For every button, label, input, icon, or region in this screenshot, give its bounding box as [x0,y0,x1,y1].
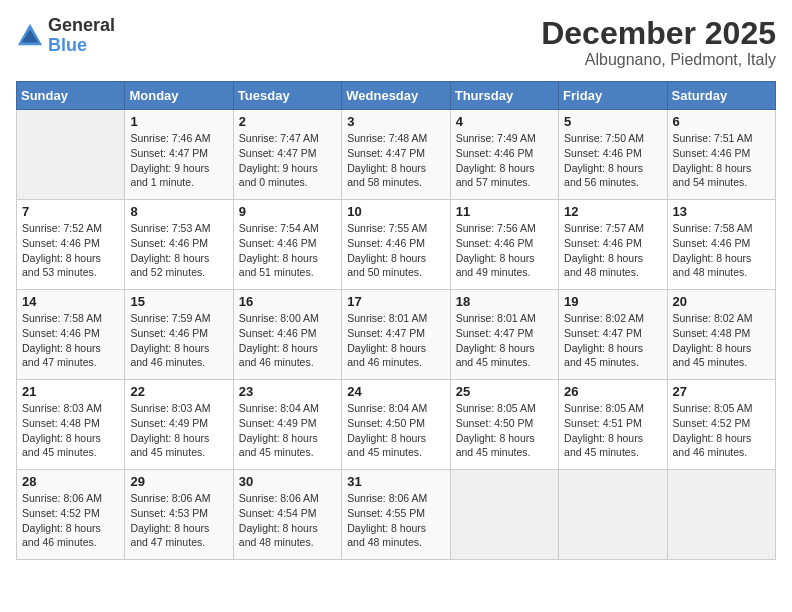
day-number: 15 [130,294,227,309]
day-number: 1 [130,114,227,129]
day-info: Sunrise: 7:57 AMSunset: 4:46 PMDaylight:… [564,221,661,280]
day-cell: 9Sunrise: 7:54 AMSunset: 4:46 PMDaylight… [233,200,341,290]
day-cell: 18Sunrise: 8:01 AMSunset: 4:47 PMDayligh… [450,290,558,380]
day-number: 5 [564,114,661,129]
header-sunday: Sunday [17,82,125,110]
day-number: 20 [673,294,770,309]
day-info: Sunrise: 8:04 AMSunset: 4:50 PMDaylight:… [347,401,444,460]
day-number: 6 [673,114,770,129]
day-number: 8 [130,204,227,219]
day-info: Sunrise: 8:02 AMSunset: 4:48 PMDaylight:… [673,311,770,370]
day-info: Sunrise: 7:46 AMSunset: 4:47 PMDaylight:… [130,131,227,190]
day-info: Sunrise: 8:01 AMSunset: 4:47 PMDaylight:… [347,311,444,370]
day-info: Sunrise: 7:52 AMSunset: 4:46 PMDaylight:… [22,221,119,280]
week-row-3: 14Sunrise: 7:58 AMSunset: 4:46 PMDayligh… [17,290,776,380]
day-cell: 27Sunrise: 8:05 AMSunset: 4:52 PMDayligh… [667,380,775,470]
day-cell: 6Sunrise: 7:51 AMSunset: 4:46 PMDaylight… [667,110,775,200]
day-info: Sunrise: 7:59 AMSunset: 4:46 PMDaylight:… [130,311,227,370]
header-saturday: Saturday [667,82,775,110]
day-cell: 22Sunrise: 8:03 AMSunset: 4:49 PMDayligh… [125,380,233,470]
day-cell: 4Sunrise: 7:49 AMSunset: 4:46 PMDaylight… [450,110,558,200]
day-info: Sunrise: 8:01 AMSunset: 4:47 PMDaylight:… [456,311,553,370]
day-number: 4 [456,114,553,129]
day-info: Sunrise: 7:58 AMSunset: 4:46 PMDaylight:… [673,221,770,280]
day-info: Sunrise: 7:51 AMSunset: 4:46 PMDaylight:… [673,131,770,190]
header-friday: Friday [559,82,667,110]
day-number: 3 [347,114,444,129]
day-number: 23 [239,384,336,399]
day-number: 27 [673,384,770,399]
day-number: 31 [347,474,444,489]
day-number: 10 [347,204,444,219]
day-info: Sunrise: 8:04 AMSunset: 4:49 PMDaylight:… [239,401,336,460]
header-tuesday: Tuesday [233,82,341,110]
day-info: Sunrise: 7:48 AMSunset: 4:47 PMDaylight:… [347,131,444,190]
logo-icon [16,22,44,50]
day-cell: 11Sunrise: 7:56 AMSunset: 4:46 PMDayligh… [450,200,558,290]
day-cell: 19Sunrise: 8:02 AMSunset: 4:47 PMDayligh… [559,290,667,380]
day-info: Sunrise: 7:50 AMSunset: 4:46 PMDaylight:… [564,131,661,190]
day-info: Sunrise: 7:58 AMSunset: 4:46 PMDaylight:… [22,311,119,370]
location-title: Albugnano, Piedmont, Italy [541,51,776,69]
day-info: Sunrise: 8:06 AMSunset: 4:52 PMDaylight:… [22,491,119,550]
day-cell: 10Sunrise: 7:55 AMSunset: 4:46 PMDayligh… [342,200,450,290]
day-cell: 2Sunrise: 7:47 AMSunset: 4:47 PMDaylight… [233,110,341,200]
day-cell: 25Sunrise: 8:05 AMSunset: 4:50 PMDayligh… [450,380,558,470]
day-cell: 13Sunrise: 7:58 AMSunset: 4:46 PMDayligh… [667,200,775,290]
day-cell: 20Sunrise: 8:02 AMSunset: 4:48 PMDayligh… [667,290,775,380]
day-cell: 1Sunrise: 7:46 AMSunset: 4:47 PMDaylight… [125,110,233,200]
day-cell: 16Sunrise: 8:00 AMSunset: 4:46 PMDayligh… [233,290,341,380]
week-row-4: 21Sunrise: 8:03 AMSunset: 4:48 PMDayligh… [17,380,776,470]
day-number: 9 [239,204,336,219]
day-number: 22 [130,384,227,399]
day-number: 7 [22,204,119,219]
day-cell: 3Sunrise: 7:48 AMSunset: 4:47 PMDaylight… [342,110,450,200]
day-cell: 17Sunrise: 8:01 AMSunset: 4:47 PMDayligh… [342,290,450,380]
day-cell: 30Sunrise: 8:06 AMSunset: 4:54 PMDayligh… [233,470,341,560]
logo: General Blue [16,16,115,56]
logo-text-blue: Blue [48,35,87,55]
header-row: SundayMondayTuesdayWednesdayThursdayFrid… [17,82,776,110]
day-cell: 7Sunrise: 7:52 AMSunset: 4:46 PMDaylight… [17,200,125,290]
day-info: Sunrise: 8:06 AMSunset: 4:53 PMDaylight:… [130,491,227,550]
day-number: 11 [456,204,553,219]
day-info: Sunrise: 7:49 AMSunset: 4:46 PMDaylight:… [456,131,553,190]
calendar-table: SundayMondayTuesdayWednesdayThursdayFrid… [16,81,776,560]
title-area: December 2025 Albugnano, Piedmont, Italy [541,16,776,69]
header-thursday: Thursday [450,82,558,110]
day-cell [450,470,558,560]
day-number: 26 [564,384,661,399]
day-cell: 8Sunrise: 7:53 AMSunset: 4:46 PMDaylight… [125,200,233,290]
day-number: 12 [564,204,661,219]
day-number: 21 [22,384,119,399]
day-info: Sunrise: 8:00 AMSunset: 4:46 PMDaylight:… [239,311,336,370]
day-cell: 15Sunrise: 7:59 AMSunset: 4:46 PMDayligh… [125,290,233,380]
day-cell: 23Sunrise: 8:04 AMSunset: 4:49 PMDayligh… [233,380,341,470]
day-info: Sunrise: 8:03 AMSunset: 4:49 PMDaylight:… [130,401,227,460]
day-cell: 26Sunrise: 8:05 AMSunset: 4:51 PMDayligh… [559,380,667,470]
day-cell: 29Sunrise: 8:06 AMSunset: 4:53 PMDayligh… [125,470,233,560]
day-info: Sunrise: 7:47 AMSunset: 4:47 PMDaylight:… [239,131,336,190]
day-number: 13 [673,204,770,219]
day-number: 25 [456,384,553,399]
week-row-5: 28Sunrise: 8:06 AMSunset: 4:52 PMDayligh… [17,470,776,560]
day-info: Sunrise: 8:02 AMSunset: 4:47 PMDaylight:… [564,311,661,370]
day-info: Sunrise: 8:05 AMSunset: 4:50 PMDaylight:… [456,401,553,460]
day-number: 14 [22,294,119,309]
day-cell: 28Sunrise: 8:06 AMSunset: 4:52 PMDayligh… [17,470,125,560]
day-info: Sunrise: 8:05 AMSunset: 4:51 PMDaylight:… [564,401,661,460]
day-number: 19 [564,294,661,309]
day-info: Sunrise: 8:06 AMSunset: 4:55 PMDaylight:… [347,491,444,550]
day-number: 29 [130,474,227,489]
day-cell: 31Sunrise: 8:06 AMSunset: 4:55 PMDayligh… [342,470,450,560]
day-info: Sunrise: 7:53 AMSunset: 4:46 PMDaylight:… [130,221,227,280]
day-info: Sunrise: 7:56 AMSunset: 4:46 PMDaylight:… [456,221,553,280]
day-cell: 5Sunrise: 7:50 AMSunset: 4:46 PMDaylight… [559,110,667,200]
header-monday: Monday [125,82,233,110]
day-cell: 24Sunrise: 8:04 AMSunset: 4:50 PMDayligh… [342,380,450,470]
day-info: Sunrise: 7:55 AMSunset: 4:46 PMDaylight:… [347,221,444,280]
day-info: Sunrise: 8:03 AMSunset: 4:48 PMDaylight:… [22,401,119,460]
day-info: Sunrise: 8:06 AMSunset: 4:54 PMDaylight:… [239,491,336,550]
page-header: General Blue December 2025 Albugnano, Pi… [16,16,776,69]
day-number: 30 [239,474,336,489]
